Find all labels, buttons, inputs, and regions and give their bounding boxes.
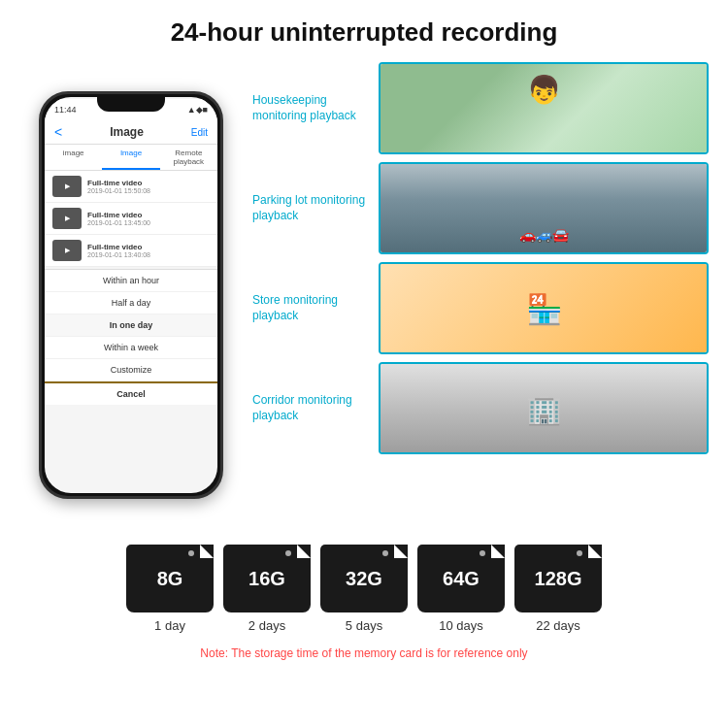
phone-edit-button[interactable]: Edit — [191, 127, 208, 138]
sd-dot-8g — [188, 550, 194, 556]
phone-video-title-2: Full-time video — [87, 211, 210, 219]
sd-label-16g: 16G — [248, 568, 285, 590]
phone-icons: ▲◆■ — [187, 105, 208, 115]
phone-nav-bar: < Image Edit — [45, 120, 217, 145]
phone-back-button[interactable]: < — [54, 124, 62, 140]
phone-tab-image[interactable]: image — [45, 145, 102, 170]
monitoring-label-housekeeping: Housekeeping monitoring playback — [252, 93, 369, 123]
dropdown-item-oneday[interactable]: In one day — [45, 314, 217, 337]
sd-label-32g: 32G — [346, 568, 382, 590]
sd-card-32g: 32G — [320, 545, 408, 612]
photo-child — [381, 64, 707, 152]
phone-video-date-1: 2019-01-01 15:50:08 — [87, 187, 210, 194]
phone-container: 11:44 ▲◆■ < Image Edit image Image Remot… — [19, 57, 243, 533]
phone-time: 11:44 — [54, 105, 77, 115]
storage-days-8g: 1 day — [154, 618, 185, 633]
phone-video-title-3: Full-time video — [87, 243, 210, 251]
storage-card-128g: 128G 22 days — [514, 545, 602, 633]
monitoring-label-parking: Parking lot monitoring playback — [252, 193, 369, 223]
monitoring-text-housekeeping: Housekeeping monitoring playback — [252, 93, 369, 123]
storage-section: 8G 1 day 16G 2 days 32G 5 days 64G 10 da… — [0, 533, 728, 664]
photo-parking — [381, 164, 707, 252]
phone-thumb-3 — [52, 240, 82, 261]
monitoring-item-housekeeping: Housekeeping monitoring playback — [252, 62, 709, 154]
monitoring-label-corridor: Corridor monitoring playback — [252, 393, 369, 423]
monitoring-item-corridor: Corridor monitoring playback — [252, 362, 709, 454]
sd-dot-32g — [382, 550, 388, 556]
sd-dot-16g — [285, 550, 291, 556]
storage-days-128g: 22 days — [536, 618, 580, 633]
phone-cancel-button[interactable]: Cancel — [45, 381, 217, 405]
photo-store — [381, 264, 707, 352]
phone-video-title-1: Full-time video — [87, 179, 210, 187]
storage-card-64g: 64G 10 days — [417, 545, 505, 633]
dropdown-item-halfday[interactable]: Half a day — [45, 292, 217, 314]
sd-dot-128g — [577, 550, 582, 556]
phone-thumb-2 — [52, 208, 82, 229]
monitoring-image-housekeeping — [379, 62, 709, 154]
phone-tab-image2[interactable]: Image — [102, 145, 159, 170]
sd-card-128g: 128G — [514, 545, 602, 612]
dropdown-item-week[interactable]: Within a week — [45, 337, 217, 359]
phone-mockup: 11:44 ▲◆■ < Image Edit image Image Remot… — [39, 91, 223, 499]
phone-video-info-1: Full-time video 2019-01-01 15:50:08 — [87, 179, 210, 194]
storage-note: Note: The storage time of the memory car… — [10, 643, 718, 664]
storage-cards: 8G 1 day 16G 2 days 32G 5 days 64G 10 da… — [10, 545, 718, 633]
phone-thumb-1 — [52, 176, 82, 197]
monitoring-label-store: Store monitoring playback — [252, 293, 369, 323]
phone-tabs: image Image Remote playback — [45, 145, 217, 171]
phone-video-item-3[interactable]: Full-time video 2019-01-01 13:40:08 — [45, 235, 217, 267]
sd-label-8g: 8G — [157, 568, 183, 590]
page-title: 24-hour uninterrupted recording — [0, 17, 728, 48]
title-section: 24-hour uninterrupted recording — [0, 0, 728, 57]
storage-card-8g: 8G 1 day — [126, 545, 214, 633]
storage-days-16g: 2 days — [248, 618, 285, 633]
phone-notch — [97, 94, 165, 112]
phone-video-item-2[interactable]: Full-time video 2019-01-01 13:45:00 — [45, 203, 217, 235]
monitoring-text-store: Store monitoring playback — [252, 293, 369, 323]
sd-card-64g: 64G — [417, 545, 505, 612]
phone-video-date-3: 2019-01-01 13:40:08 — [87, 251, 210, 258]
main-content: 11:44 ▲◆■ < Image Edit image Image Remot… — [0, 57, 728, 533]
phone-tab-remote[interactable]: Remote playback — [160, 145, 217, 170]
monitoring-image-parking — [379, 162, 709, 254]
sd-label-128g: 128G — [535, 568, 582, 590]
monitoring-item-store: Store monitoring playback — [252, 262, 709, 354]
phone-screen: 11:44 ▲◆■ < Image Edit image Image Remot… — [45, 97, 217, 493]
storage-days-32g: 5 days — [346, 618, 382, 633]
monitoring-text-corridor: Corridor monitoring playback — [252, 393, 369, 423]
monitoring-item-parking: Parking lot monitoring playback — [252, 162, 709, 254]
storage-card-16g: 16G 2 days — [223, 545, 311, 633]
storage-days-64g: 10 days — [439, 618, 483, 633]
monitoring-image-corridor — [379, 362, 709, 454]
sd-card-16g: 16G — [223, 545, 311, 612]
sd-label-64g: 64G — [443, 568, 480, 590]
phone-video-date-2: 2019-01-01 13:45:00 — [87, 219, 210, 226]
dropdown-item-customize[interactable]: Customize — [45, 359, 217, 381]
storage-card-32g: 32G 5 days — [320, 545, 408, 633]
phone-video-item-1[interactable]: Full-time video 2019-01-01 15:50:08 — [45, 171, 217, 203]
right-section: Housekeeping monitoring playback Parking… — [252, 57, 709, 533]
phone-dropdown: Within an hour Half a day In one day Wit… — [45, 269, 217, 405]
monitoring-image-store — [379, 262, 709, 354]
phone-nav-title: Image — [110, 125, 144, 139]
photo-corridor — [381, 364, 707, 452]
phone-video-info-3: Full-time video 2019-01-01 13:40:08 — [87, 243, 210, 258]
phone-video-info-2: Full-time video 2019-01-01 13:45:00 — [87, 211, 210, 226]
dropdown-item-hour[interactable]: Within an hour — [45, 270, 217, 292]
sd-dot-64g — [480, 550, 485, 556]
sd-card-8g: 8G — [126, 545, 214, 612]
monitoring-text-parking: Parking lot monitoring playback — [252, 193, 369, 223]
